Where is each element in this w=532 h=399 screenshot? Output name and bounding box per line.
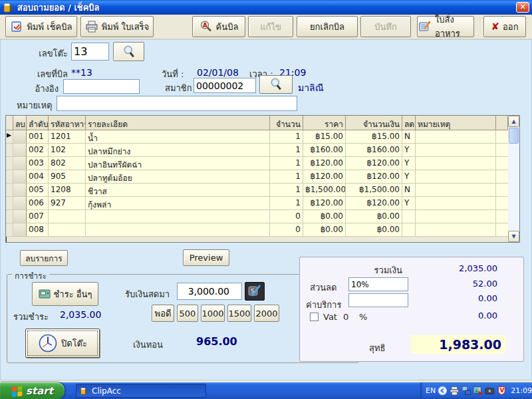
- cell-discount: [402, 210, 416, 223]
- table-row[interactable]: 008 0 ฿0.00 ฿0.00: [6, 223, 508, 237]
- cell-discount: Y: [402, 144, 416, 157]
- row-delete-cell[interactable]: [13, 223, 27, 237]
- table-number-input[interactable]: [71, 43, 109, 61]
- quick-cash-1000-button[interactable]: 1000: [201, 305, 225, 322]
- bill-number-label: เลขที่บิล: [27, 67, 68, 81]
- member-name-value: มาลิณี: [298, 80, 324, 95]
- quick-cash-2000-button[interactable]: 2000: [254, 305, 279, 322]
- preview-button[interactable]: Preview: [183, 249, 229, 266]
- cell-filler: [496, 210, 508, 223]
- table-row[interactable]: 004 905 ปลาทูต้มอ้อย 1 ฿120.00 ฿120.00 Y: [6, 170, 508, 184]
- row-delete-cell[interactable]: [13, 144, 27, 157]
- member-input[interactable]: [194, 78, 256, 93]
- reference-input[interactable]: [63, 79, 140, 94]
- vat-rate-value: 0: [343, 312, 348, 322]
- start-button[interactable]: start: [0, 382, 65, 399]
- net-total-value: 1,983.00: [411, 335, 505, 354]
- save-label: บันทึก: [374, 20, 397, 34]
- print-receipt-button[interactable]: พิมพ์ ใบเสร็จ: [80, 16, 154, 37]
- row-delete-cell[interactable]: [13, 184, 27, 197]
- cell-no: 001: [27, 130, 49, 144]
- row-delete-cell[interactable]: [13, 170, 27, 184]
- delete-item-label: ลบรายการ: [25, 252, 63, 265]
- row-delete-cell[interactable]: [13, 210, 27, 223]
- tray-collapse-icon[interactable]: [438, 386, 448, 396]
- grid-header-price: ราคา: [303, 116, 346, 130]
- quick-cash-1500-button[interactable]: 1500: [227, 305, 251, 322]
- pay-other-button[interactable]: ชำระ อื่นๆ: [32, 282, 98, 306]
- row-delete-cell[interactable]: [13, 130, 27, 144]
- svg-text:A: A: [203, 22, 207, 29]
- exit-x-icon: ✘: [491, 21, 499, 33]
- service-charge-label: ค่าบริการ: [306, 298, 341, 312]
- grid-header-row: ลบ ลำดับ รหัสอาหาร รายละเอียด จำนวน ราคา…: [6, 116, 508, 130]
- tray-antivirus-shield-icon[interactable]: V: [497, 386, 507, 396]
- cash-received-input[interactable]: [177, 283, 242, 300]
- cell-amount: ฿15.00: [346, 130, 402, 144]
- table-row[interactable]: 005 1208 ชีวาส 1 ฿1,500.00 ฿1,500.00 N: [6, 184, 508, 197]
- keypad-entry-button[interactable]: S: [245, 282, 265, 301]
- find-bill-button[interactable]: A ค้นบิล: [192, 16, 245, 37]
- table-row[interactable]: 003 802 ปลาอินทรีผัดฉ่า 1 ฿120.00 ฿120.0…: [6, 157, 508, 170]
- total-paid-value: 2,035.00: [60, 309, 101, 320]
- service-charge-value: 0.00: [418, 293, 497, 303]
- row-indicator: [6, 157, 13, 170]
- tray-network-icon[interactable]: [462, 386, 471, 396]
- grid-header-delete: ลบ: [13, 116, 27, 130]
- cell-note: [416, 223, 496, 237]
- tray-camera-icon[interactable]: [485, 386, 495, 396]
- taskbar: start ClipAcc EN: [0, 382, 532, 399]
- cell-no: 008: [27, 223, 49, 237]
- cell-discount: N: [402, 130, 416, 144]
- reference-label: อ้างอิง: [19, 82, 59, 96]
- member-lookup-button[interactable]: [259, 75, 293, 94]
- print-checkbill-label: พิมพ์ เช็คบิล: [27, 20, 72, 34]
- quick-cash-exact-button[interactable]: พอดี: [152, 305, 174, 322]
- scroll-up-icon[interactable]: ▲: [508, 116, 519, 127]
- magnifier-icon: [122, 45, 136, 59]
- cell-filler: [496, 184, 508, 197]
- total-paid-label: รวมชำระ: [13, 310, 49, 324]
- table-row[interactable]: 002 102 ปลาหมึกย่าง 1 ฿160.00 ฿160.00 Y: [6, 144, 508, 157]
- delete-item-button[interactable]: ลบรายการ: [20, 250, 68, 266]
- table-lookup-button[interactable]: [113, 42, 144, 61]
- exit-button[interactable]: ✘ ออก: [483, 16, 526, 37]
- table-row[interactable]: 006 927 กุ้งพล่า 1 ฿120.00 ฿120.00 Y: [6, 197, 508, 210]
- language-indicator[interactable]: EN: [426, 386, 436, 395]
- cell-qty: 1: [270, 144, 303, 157]
- close-icon[interactable]: ✕: [516, 2, 529, 13]
- note-input[interactable]: [57, 96, 297, 111]
- row-delete-cell[interactable]: [13, 197, 27, 210]
- cell-code: 927: [49, 197, 86, 210]
- cell-note: [416, 157, 496, 170]
- payment-group-label: การชำระ: [12, 269, 49, 282]
- print-checkbill-button[interactable]: พิมพ์ เช็คบิล: [5, 16, 77, 37]
- table-row[interactable]: 007 0 ฿0.00 ฿0.00: [6, 210, 508, 223]
- quick-cash-500-button[interactable]: 500: [177, 305, 198, 322]
- grid-header-code: รหัสอาหาร: [49, 116, 86, 130]
- grid-vertical-scrollbar[interactable]: ▲ ▼: [508, 116, 519, 242]
- scroll-down-icon[interactable]: ▼: [508, 231, 519, 242]
- find-bill-label: ค้นบิล: [216, 20, 239, 34]
- keypad-pen-icon: S: [247, 284, 262, 299]
- food-order-button[interactable]: ใบสั่งอาหาร: [417, 16, 474, 37]
- food-order-label: ใบสั่งอาหาร: [435, 13, 473, 41]
- service-charge-input[interactable]: [348, 293, 408, 307]
- quick-exact-label: พอดี: [155, 307, 172, 321]
- cell-filler: [496, 157, 508, 170]
- cash-register-icon: [39, 289, 51, 299]
- discount-input[interactable]: [348, 277, 408, 291]
- row-delete-cell[interactable]: [13, 157, 27, 170]
- taskbar-item-clipacc[interactable]: ClipAcc: [76, 384, 206, 398]
- cell-qty: 1: [270, 197, 303, 210]
- close-table-button[interactable]: ปิดโต๊ะ: [25, 329, 100, 358]
- cancel-bill-button[interactable]: ยกเลิกบิล: [297, 16, 358, 37]
- tray-printer-icon[interactable]: [450, 386, 460, 396]
- bill-number-value: **13: [71, 67, 92, 78]
- edit-label: แก้ไข: [260, 20, 281, 34]
- table-row[interactable]: ▶ 001 1201 น้ำ 1 ฿15.00 ฿15.00 N: [6, 130, 508, 144]
- vat-checkbox[interactable]: [310, 313, 319, 321]
- scrollbar-thumb[interactable]: [509, 128, 519, 144]
- cell-discount: [402, 223, 416, 237]
- tray-display-error-icon[interactable]: [473, 386, 483, 396]
